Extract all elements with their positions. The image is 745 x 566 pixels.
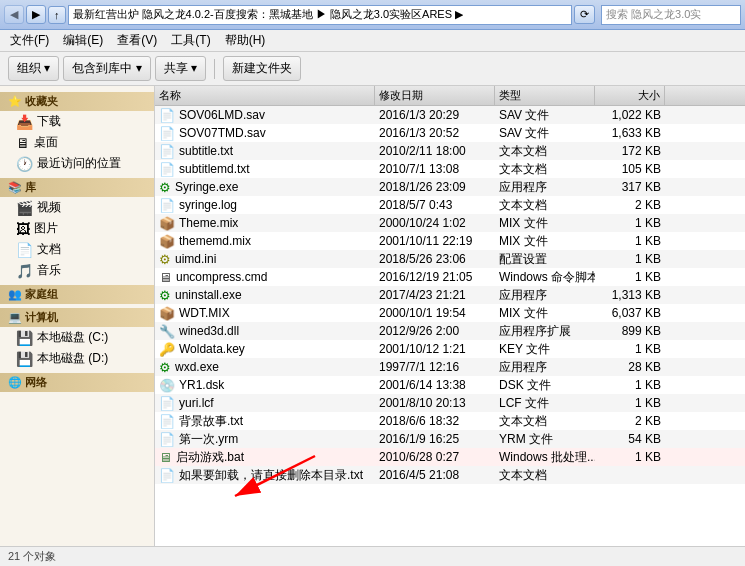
include-library-label: 包含到库中 ▾	[72, 60, 141, 77]
file-cell-size: 1 KB	[595, 448, 665, 466]
file-icon: ⚙	[159, 288, 171, 303]
file-cell-date: 2017/4/23 21:21	[375, 286, 495, 304]
sidebar-item-downloads[interactable]: 📥 下载	[0, 111, 154, 132]
table-row[interactable]: 📦 thememd.mix 2001/10/11 22:19 MIX 文件 1 …	[155, 232, 745, 250]
col-header-type[interactable]: 类型	[495, 86, 595, 105]
sidebar-item-music[interactable]: 🎵 音乐	[0, 260, 154, 281]
sidebar-section-library: 📚 库 🎬 视频 🖼 图片 📄 文档 🎵 音乐	[0, 178, 154, 281]
table-row[interactable]: 📄 syringe.log 2018/5/7 0:43 文本文档 2 KB	[155, 196, 745, 214]
file-cell-size: 1 KB	[595, 394, 665, 412]
menu-edit[interactable]: 编辑(E)	[57, 30, 109, 51]
file-name: Syringe.exe	[175, 180, 238, 194]
file-cell-size	[595, 466, 665, 484]
file-name: 第一次.yrm	[179, 431, 238, 448]
status-bar: 21 个对象	[0, 546, 745, 566]
sidebar-header-library[interactable]: 📚 库	[0, 178, 154, 197]
up-button[interactable]: ↑	[48, 6, 66, 24]
table-row[interactable]: ⚙ uimd.ini 2018/5/26 23:06 配置设置 1 KB	[155, 250, 745, 268]
table-row[interactable]: ⚙ wxd.exe 1997/7/1 12:16 应用程序 28 KB	[155, 358, 745, 376]
sidebar-header-computer[interactable]: 💻 计算机	[0, 308, 154, 327]
sidebar-item-recent[interactable]: 🕐 最近访问的位置	[0, 153, 154, 174]
table-row[interactable]: 📄 yuri.lcf 2001/8/10 20:13 LCF 文件 1 KB	[155, 394, 745, 412]
search-bar[interactable]: 搜索 隐风之龙3.0实	[601, 5, 741, 25]
file-cell-type: 文本文档	[495, 160, 595, 178]
sidebar-header-network[interactable]: 🌐 网络	[0, 373, 154, 392]
file-cell-type: YRM 文件	[495, 430, 595, 448]
table-row[interactable]: ⚙ uninstall.exe 2017/4/23 21:21 应用程序 1,3…	[155, 286, 745, 304]
sidebar-item-disk-c[interactable]: 💾 本地磁盘 (C:)	[0, 327, 154, 348]
col-header-name[interactable]: 名称	[155, 86, 375, 105]
file-cell-size: 2 KB	[595, 196, 665, 214]
file-name: Woldata.key	[179, 342, 245, 356]
table-row[interactable]: 🔑 Woldata.key 2001/10/12 1:21 KEY 文件 1 K…	[155, 340, 745, 358]
sidebar-item-disk-d[interactable]: 💾 本地磁盘 (D:)	[0, 348, 154, 369]
search-placeholder: 搜索 隐风之龙3.0实	[606, 7, 701, 22]
file-cell-date: 2018/5/7 0:43	[375, 196, 495, 214]
file-cell-name: 📄 syringe.log	[155, 196, 375, 214]
sidebar-item-video[interactable]: 🎬 视频	[0, 197, 154, 218]
table-row[interactable]: 📄 背景故事.txt 2018/6/6 18:32 文本文档 2 KB	[155, 412, 745, 430]
table-row[interactable]: 📄 subtitlemd.txt 2010/7/1 13:08 文本文档 105…	[155, 160, 745, 178]
file-cell-name: 📄 subtitlemd.txt	[155, 160, 375, 178]
file-cell-name: 📄 subtitle.txt	[155, 142, 375, 160]
file-cell-type: MIX 文件	[495, 232, 595, 250]
sidebar-header-homegroup[interactable]: 👥 家庭组	[0, 285, 154, 304]
table-row[interactable]: 🔧 wined3d.dll 2012/9/26 2:00 应用程序扩展 899 …	[155, 322, 745, 340]
file-cell-date: 2001/8/10 20:13	[375, 394, 495, 412]
file-cell-size: 6,037 KB	[595, 304, 665, 322]
table-row[interactable]: 📦 Theme.mix 2000/10/24 1:02 MIX 文件 1 KB	[155, 214, 745, 232]
file-cell-size: 1,313 KB	[595, 286, 665, 304]
back-button[interactable]: ◀	[4, 5, 24, 24]
file-name: uimd.ini	[175, 252, 216, 266]
table-row[interactable]: ⚙ Syringe.exe 2018/1/26 23:09 应用程序 317 K…	[155, 178, 745, 196]
file-cell-name: ⚙ uimd.ini	[155, 250, 375, 268]
menu-help[interactable]: 帮助(H)	[219, 30, 272, 51]
refresh-button[interactable]: ⟳	[574, 5, 595, 24]
sidebar-item-label: 桌面	[34, 134, 58, 151]
new-folder-button[interactable]: 新建文件夹	[223, 56, 301, 81]
table-row[interactable]: 📄 SOV06LMD.sav 2016/1/3 20:29 SAV 文件 1,0…	[155, 106, 745, 124]
music-icon: 🎵	[16, 263, 33, 279]
table-row[interactable]: 📄 subtitle.txt 2010/2/11 18:00 文本文档 172 …	[155, 142, 745, 160]
menu-view[interactable]: 查看(V)	[111, 30, 163, 51]
table-row[interactable]: 📄 第一次.yrm 2016/1/9 16:25 YRM 文件 54 KB	[155, 430, 745, 448]
nav-controls: ◀ ▶ ↑ 最新红营出炉 隐风之龙4.0.2-百度搜索：黑城基地 ▶ 隐风之龙3…	[4, 5, 741, 25]
file-cell-type: 文本文档	[495, 466, 595, 484]
share-button[interactable]: 共享 ▾	[155, 56, 206, 81]
file-icon: ⚙	[159, 360, 171, 375]
table-row[interactable]: 📄 如果要卸载，请直接删除本目录.txt 2016/4/5 21:08 文本文档	[155, 466, 745, 484]
disk-d-icon: 💾	[16, 351, 33, 367]
table-row[interactable]: 🖥 启动游戏.bat 2010/6/28 0:27 Windows 批处理...…	[155, 448, 745, 466]
sidebar-item-pictures[interactable]: 🖼 图片	[0, 218, 154, 239]
file-cell-name: ⚙ Syringe.exe	[155, 178, 375, 196]
sidebar-item-desktop[interactable]: 🖥 桌面	[0, 132, 154, 153]
sidebar: ⭐ 收藏夹 📥 下载 🖥 桌面 🕐 最近访问的位置 📚 库 🎬 视频 🖼	[0, 86, 155, 546]
sidebar-header-favorites[interactable]: ⭐ 收藏夹	[0, 92, 154, 111]
forward-button[interactable]: ▶	[26, 5, 46, 24]
file-cell-name: 📄 SOV07TMD.sav	[155, 124, 375, 142]
file-cell-name: 📄 第一次.yrm	[155, 430, 375, 448]
file-cell-name: 💿 YR1.dsk	[155, 376, 375, 394]
table-row[interactable]: 🖥 uncompress.cmd 2016/12/19 21:05 Window…	[155, 268, 745, 286]
file-icon: 📦	[159, 306, 175, 321]
menu-file[interactable]: 文件(F)	[4, 30, 55, 51]
file-icon: 📦	[159, 216, 175, 231]
file-cell-type: SAV 文件	[495, 106, 595, 124]
table-row[interactable]: 📦 WDT.MIX 2000/10/1 19:54 MIX 文件 6,037 K…	[155, 304, 745, 322]
file-name: uninstall.exe	[175, 288, 242, 302]
sidebar-item-documents[interactable]: 📄 文档	[0, 239, 154, 260]
file-cell-name: ⚙ wxd.exe	[155, 358, 375, 376]
file-cell-type: LCF 文件	[495, 394, 595, 412]
table-row[interactable]: 📄 SOV07TMD.sav 2016/1/3 20:52 SAV 文件 1,6…	[155, 124, 745, 142]
address-bar[interactable]: 最新红营出炉 隐风之龙4.0.2-百度搜索：黑城基地 ▶ 隐风之龙3.0实验区A…	[68, 5, 573, 25]
file-cell-type: KEY 文件	[495, 340, 595, 358]
menu-tools[interactable]: 工具(T)	[165, 30, 216, 51]
col-header-date[interactable]: 修改日期	[375, 86, 495, 105]
organize-button[interactable]: 组织 ▾	[8, 56, 59, 81]
file-icon: 📄	[159, 414, 175, 429]
file-cell-type: Windows 命令脚本	[495, 268, 595, 286]
table-row[interactable]: 💿 YR1.dsk 2001/6/14 13:38 DSK 文件 1 KB	[155, 376, 745, 394]
file-icon: ⚙	[159, 252, 171, 267]
col-header-size[interactable]: 大小	[595, 86, 665, 105]
include-library-button[interactable]: 包含到库中 ▾	[63, 56, 150, 81]
